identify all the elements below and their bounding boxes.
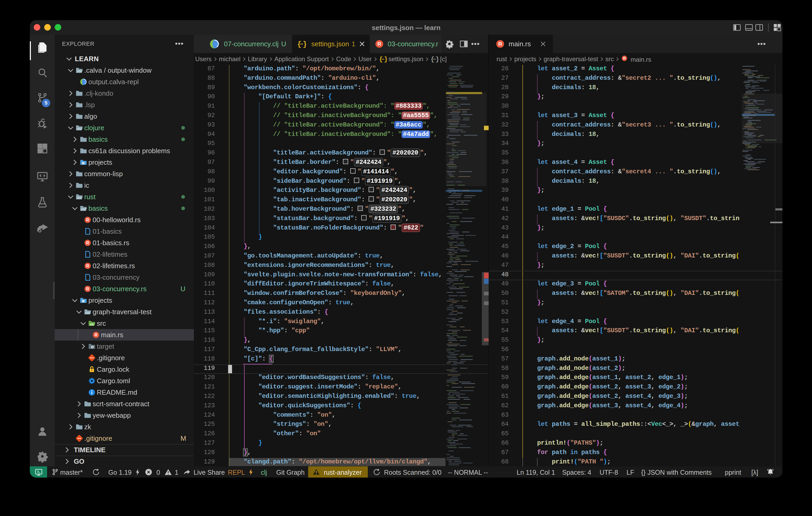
svg-text:R: R <box>86 264 89 268</box>
svg-text:R: R <box>86 241 89 245</box>
svg-text:R: R <box>86 287 89 291</box>
svg-text:R: R <box>86 218 89 222</box>
svg-text:R: R <box>94 333 97 337</box>
